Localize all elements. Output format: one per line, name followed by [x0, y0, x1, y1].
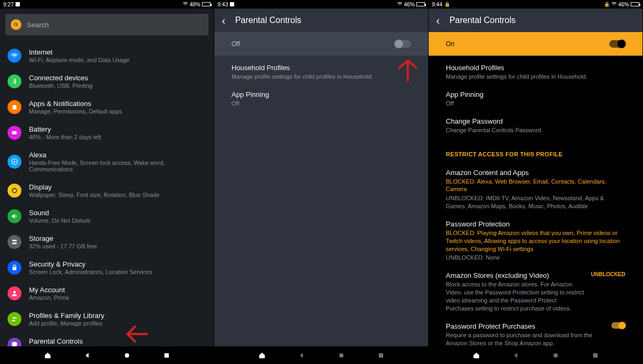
- status-badge: UNBLOCKED: [591, 271, 625, 277]
- search-icon: [11, 19, 21, 30]
- alexa-icon: [8, 155, 21, 169]
- item-title: Apps & Notifications: [29, 100, 122, 108]
- svg-rect-9: [13, 267, 17, 270]
- item-title: Alexa: [29, 151, 206, 159]
- nav-home-icon[interactable]: [258, 351, 266, 360]
- wifi-icon: [183, 1, 188, 7]
- item-subtitle: Bluetooth, USB, Printing: [29, 82, 93, 89]
- nav-back-icon[interactable]: [83, 351, 92, 360]
- storage-icon: [8, 235, 21, 249]
- nav-circle-icon[interactable]: [123, 351, 131, 360]
- item-title: Amazon Content and Apps: [446, 169, 625, 177]
- settings-item-alexa[interactable]: AlexaHands-Free Mode, Screen lock access…: [5, 146, 208, 178]
- settings-item-bluetooth[interactable]: Connected devicesBluetooth, USB, Printin…: [5, 69, 208, 94]
- unblocked-text: UNBLOCKED: None: [446, 254, 625, 262]
- status-bar: 9:43 46%: [214, 0, 428, 9]
- restrict-item[interactable]: Amazon Stores (excluding Video)Block acc…: [429, 267, 642, 317]
- nav-recent-icon[interactable]: [591, 351, 600, 360]
- restrict-item[interactable]: Amazon Content and AppsBLOCKED: Alexa, W…: [429, 164, 642, 215]
- master-toggle-row[interactable]: On: [429, 32, 642, 56]
- parental-item[interactable]: App PinningOff: [214, 86, 428, 112]
- toggle-label: On: [446, 40, 454, 48]
- item-subtitle: Add profile, Manage profiles: [29, 320, 104, 327]
- nav-circle-icon[interactable]: [337, 351, 346, 360]
- nav-home-icon[interactable]: [43, 351, 52, 360]
- settings-item-speaker[interactable]: SoundVolume, Do Not Disturb: [5, 203, 208, 229]
- parental-item[interactable]: Change PasswordChange Parental Controls …: [429, 112, 642, 139]
- search-placeholder: Search: [27, 21, 49, 29]
- wifi-icon: [8, 49, 21, 63]
- clock: 9:44: [432, 2, 442, 7]
- restrict-item[interactable]: Password ProtectionBLOCKED: Playing Amaz…: [429, 215, 642, 267]
- item-subtitle: Change Parental Controls Password.: [446, 126, 625, 134]
- unblocked-text: UNBLOCKED: IMDb TV, Amazon Video, Newsst…: [446, 194, 625, 210]
- nav-back-icon[interactable]: [297, 351, 306, 360]
- lock-icon: 🔒: [604, 2, 610, 7]
- nav-circle-icon[interactable]: [551, 351, 560, 360]
- svg-point-12: [15, 317, 17, 319]
- settings-item-shield[interactable]: Parental ControlsApp Pinning, Restrict P…: [5, 332, 208, 346]
- svg-point-13: [124, 353, 129, 357]
- settings-item-wifi[interactable]: InternetWi-Fi, Airplane mode, and Data U…: [5, 43, 208, 69]
- master-toggle-row[interactable]: Off: [214, 32, 428, 56]
- master-toggle-switch[interactable]: [609, 40, 625, 48]
- settings-item-brightness[interactable]: DisplayWallpaper, Sleep, Font size, Rota…: [5, 178, 208, 203]
- battery-icon: [8, 126, 21, 140]
- bluetooth-icon: [8, 74, 21, 88]
- item-title: Storage: [29, 234, 97, 242]
- settings-item-storage[interactable]: Storage32% used - 17.77 GB free: [5, 229, 208, 255]
- svg-rect-2: [12, 131, 16, 134]
- nav-recent-icon[interactable]: [377, 351, 385, 360]
- svg-point-15: [339, 353, 343, 357]
- nav-recent-icon[interactable]: [162, 351, 171, 360]
- search-input[interactable]: Search: [5, 14, 208, 35]
- nav-home-icon[interactable]: [472, 351, 481, 360]
- svg-rect-16: [378, 353, 383, 357]
- item-title: Change Password: [446, 117, 625, 125]
- screen-parental-on: 9:44 🔒 🔒 46% ‹ Parental Controls On Hous…: [429, 0, 643, 364]
- status-bar: 9:44 🔒 🔒 46%: [429, 0, 642, 9]
- item-title: Household Profiles: [446, 64, 625, 72]
- parental-item[interactable]: Household ProfilesManage profile setting…: [214, 59, 428, 86]
- nav-back-icon[interactable]: [512, 351, 520, 360]
- settings-item-person[interactable]: My AccountAmazon, Prime: [5, 280, 208, 306]
- item-title: App Pinning: [231, 90, 411, 98]
- row-toggle-switch[interactable]: [611, 322, 625, 329]
- item-title: Sound: [29, 209, 91, 217]
- item-subtitle: Hands-Free Mode, Screen lock access, Wak…: [29, 160, 206, 172]
- settings-item-people[interactable]: Profiles & Family LibraryAdd profile, Ma…: [5, 306, 208, 332]
- item-title: Battery: [29, 125, 101, 133]
- wifi-icon: [397, 1, 402, 7]
- parental-item[interactable]: Household ProfilesManage profile setting…: [429, 59, 642, 86]
- settings-item-bell[interactable]: Apps & NotificationsManage, Permissions,…: [5, 94, 208, 120]
- item-title: Internet: [29, 48, 130, 56]
- status-bar: 9:27 48%: [0, 0, 214, 9]
- svg-line-1: [17, 25, 18, 26]
- svg-point-17: [553, 353, 557, 357]
- section-header: RESTRICT ACCESS FOR THIS PROFILE: [429, 142, 642, 161]
- settings-item-battery[interactable]: Battery48% - More than 2 days left: [5, 120, 208, 146]
- shield-icon: [8, 338, 21, 346]
- battery-pct: 46%: [404, 2, 415, 7]
- item-title: Password Protect Purchases: [446, 322, 606, 330]
- restrict-item[interactable]: Password Protect PurchasesRequire a pass…: [429, 317, 642, 346]
- battery-pct: 46%: [618, 2, 629, 7]
- back-icon[interactable]: ‹: [222, 14, 226, 27]
- svg-rect-7: [12, 240, 17, 241]
- parental-item[interactable]: App PinningOff: [429, 86, 642, 112]
- settings-item-lock[interactable]: Security & PrivacyScreen Lock, Administr…: [5, 255, 208, 280]
- item-subtitle: Wi-Fi, Airplane mode, and Data Usage: [29, 57, 130, 63]
- item-title: Parental Controls: [29, 337, 123, 345]
- item-title: Connected devices: [29, 74, 93, 82]
- item-subtitle: 48% - More than 2 days left: [29, 134, 101, 140]
- master-toggle-switch[interactable]: [395, 40, 411, 48]
- battery-pct: 48%: [190, 2, 200, 7]
- lock-icon: [8, 261, 21, 275]
- svg-rect-3: [17, 132, 17, 133]
- item-subtitle: Volume, Do Not Disturb: [29, 217, 91, 224]
- blocked-text: BLOCKED: Playing Amazon videos that you …: [446, 229, 625, 253]
- wifi-icon: [611, 1, 617, 7]
- svg-point-10: [13, 291, 16, 293]
- back-icon[interactable]: ‹: [436, 14, 440, 27]
- svg-point-5: [13, 161, 16, 163]
